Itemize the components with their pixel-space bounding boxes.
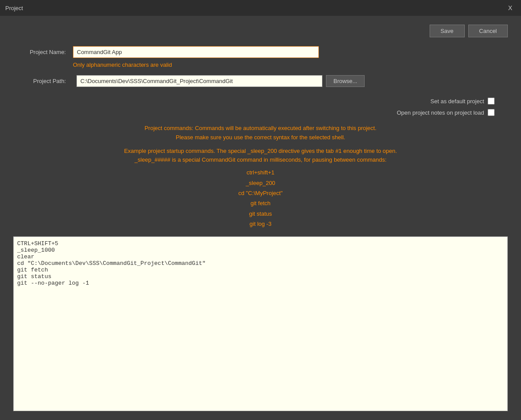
window-title: Project xyxy=(5,5,23,11)
info-line2: Please make sure you use the correct syn… xyxy=(13,133,508,142)
project-path-label: Project Path: xyxy=(13,78,66,84)
example-line2: _sleep_##### is a special CommandGit com… xyxy=(13,156,508,165)
project-name-input[interactable] xyxy=(73,46,319,58)
title-bar: Project X xyxy=(0,0,521,16)
info-line1: Project commands: Commands will be autom… xyxy=(13,124,508,133)
project-path-row: Project Path: Browse... xyxy=(13,75,508,87)
validation-message: Only alphanumeric characters are valid xyxy=(73,62,508,68)
project-path-input[interactable] xyxy=(76,75,322,87)
open-notes-label: Open project notes on project load xyxy=(397,109,484,116)
example-cmd-5: git status xyxy=(13,209,508,219)
example-commands: ctrl+shift+1 _sleep_200 cd "C:\MyProject… xyxy=(13,167,508,229)
example-cmd-2: _sleep_200 xyxy=(13,178,508,188)
close-button[interactable]: X xyxy=(505,3,516,13)
textarea-section: CTRL+SHIFT+5 _sleep_1000 clear cd "C:\Do… xyxy=(13,236,508,411)
save-button[interactable]: Save xyxy=(430,25,465,37)
example-cmd-4: git fetch xyxy=(13,198,508,208)
project-name-label: Project Name: xyxy=(13,49,66,55)
open-notes-checkbox[interactable] xyxy=(488,109,495,116)
example-cmd-1: ctrl+shift+1 xyxy=(13,167,508,177)
default-project-checkbox[interactable] xyxy=(488,98,495,105)
example-cmd-6: git log -3 xyxy=(13,219,508,229)
example-line1: Example project startup commands. The sp… xyxy=(13,147,508,156)
project-window: Project X Save Cancel Project Name: Only… xyxy=(0,0,521,420)
browse-button[interactable]: Browse... xyxy=(326,75,365,87)
example-section: Example project startup commands. The sp… xyxy=(13,147,508,229)
commands-textarea[interactable]: CTRL+SHIFT+5 _sleep_1000 clear cd "C:\Do… xyxy=(13,236,508,411)
default-project-row: Set as default project xyxy=(13,98,508,105)
info-section: Project commands: Commands will be autom… xyxy=(13,124,508,142)
project-name-row: Project Name: xyxy=(13,46,508,58)
main-content: Save Cancel Project Name: Only alphanume… xyxy=(0,16,521,420)
cancel-button[interactable]: Cancel xyxy=(468,25,508,37)
open-notes-row: Open project notes on project load xyxy=(13,109,508,116)
example-cmd-3: cd "C:\MyProject" xyxy=(13,188,508,198)
top-buttons-row: Save Cancel xyxy=(13,25,508,37)
default-project-label: Set as default project xyxy=(431,98,484,105)
